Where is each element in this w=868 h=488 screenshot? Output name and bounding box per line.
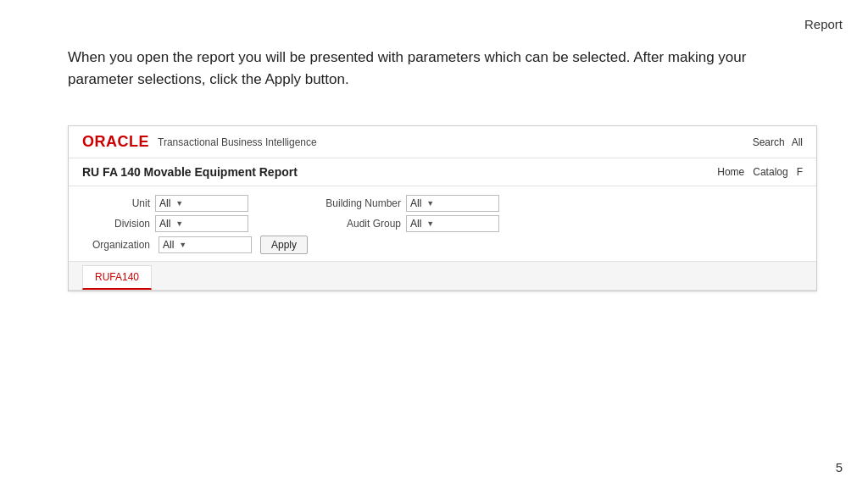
division-select[interactable]: All ▼ xyxy=(155,215,248,232)
organization-value: All xyxy=(163,239,174,251)
report-title-bar: RU FA 140 Movable Equipment Report Home … xyxy=(69,158,816,186)
building-chevron-icon: ▼ xyxy=(426,199,434,208)
organization-row: Organization All ▼ Apply xyxy=(82,236,803,254)
unit-select[interactable]: All ▼ xyxy=(155,195,248,212)
header-right: Search All xyxy=(753,136,803,148)
oracle-logo-area: ORACLE Transactional Business Intelligen… xyxy=(82,133,317,151)
audit-group-chevron-icon: ▼ xyxy=(426,219,434,228)
oracle-header: ORACLE Transactional Business Intelligen… xyxy=(69,126,816,158)
oracle-wordmark: ORACLE xyxy=(82,133,149,151)
description-text: When you open the report you will be pre… xyxy=(68,47,800,92)
building-number-label: Building Number xyxy=(316,197,401,209)
nav-catalog[interactable]: Catalog xyxy=(753,166,787,178)
oracle-logo-text: ORACLE xyxy=(82,133,149,151)
tab-area: RUFA140 xyxy=(69,262,816,291)
division-param-row: Division All ▼ xyxy=(82,215,248,232)
search-link[interactable]: Search xyxy=(753,136,785,148)
organization-select[interactable]: All ▼ xyxy=(159,236,252,253)
division-value: All xyxy=(159,218,170,230)
apply-button[interactable]: Apply xyxy=(260,236,308,254)
division-chevron-icon: ▼ xyxy=(175,219,183,228)
audit-group-param-row: Audit Group All ▼ xyxy=(316,215,499,232)
page-number: 5 xyxy=(836,460,843,474)
unit-chevron-icon: ▼ xyxy=(175,199,183,208)
app-name-label: Transactional Business Intelligence xyxy=(158,136,317,148)
rufa140-tab[interactable]: RUFA140 xyxy=(82,265,152,290)
building-number-select[interactable]: All ▼ xyxy=(406,195,499,212)
division-label: Division xyxy=(82,218,150,230)
organization-label: Organization xyxy=(82,239,150,251)
unit-value: All xyxy=(159,197,170,209)
nav-extra: F xyxy=(797,166,803,178)
unit-label: Unit xyxy=(82,197,150,209)
audit-group-value: All xyxy=(410,218,421,230)
nav-links: Home Catalog F xyxy=(717,166,803,178)
screenshot-container: ORACLE Transactional Business Intelligen… xyxy=(68,125,817,291)
all-link[interactable]: All xyxy=(792,136,803,148)
page-label: Report xyxy=(804,17,843,31)
unit-param-row: Unit All ▼ xyxy=(82,195,248,212)
report-title: RU FA 140 Movable Equipment Report xyxy=(82,165,298,179)
audit-group-select[interactable]: All ▼ xyxy=(406,215,499,232)
organization-chevron-icon: ▼ xyxy=(179,241,186,249)
building-param-row: Building Number All ▼ xyxy=(316,195,499,212)
building-number-value: All xyxy=(410,197,421,209)
audit-group-label: Audit Group xyxy=(316,218,401,230)
nav-home[interactable]: Home xyxy=(717,166,744,178)
params-area: Unit All ▼ Building Number All ▼ Divisio… xyxy=(69,186,816,262)
